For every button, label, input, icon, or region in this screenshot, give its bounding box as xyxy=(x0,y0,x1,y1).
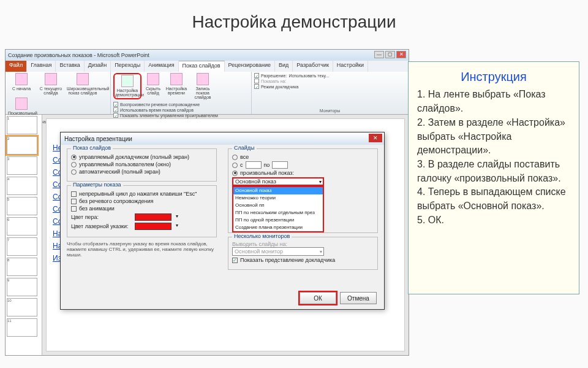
instruction-title: Инструкция xyxy=(417,68,570,85)
list-item[interactable]: Основной пп xyxy=(233,202,323,209)
custom-show-list[interactable]: Основной показ Немножко теории Основной … xyxy=(232,186,324,232)
chk-controls[interactable]: ✓Показать элементы управления проигрыват… xyxy=(113,113,218,118)
chk-loop[interactable]: непрерывный цикл до нажатия клавиши "Esc… xyxy=(71,191,213,197)
thumb[interactable]: 2 xyxy=(7,136,37,155)
radio-user[interactable]: управляемый пользователем (окно) xyxy=(71,161,213,167)
thumb[interactable]: 8 xyxy=(7,258,37,276)
thumb[interactable]: 3 xyxy=(7,156,37,175)
dialog-title: Настройка презентации ✕ xyxy=(61,132,384,145)
instruction-step: 2. Затем в разделе «Настройка» выбрать «… xyxy=(417,116,570,158)
radio-range[interactable]: спо xyxy=(232,161,374,169)
advance-label: Выводить слайды на: xyxy=(232,241,374,247)
instruction-step: 5. ОК. xyxy=(417,213,570,228)
tab-review[interactable]: Рецензирование xyxy=(225,61,276,72)
tab-transitions[interactable]: Переходы xyxy=(111,61,145,72)
slide-thumbs: 1 2 3 4 5 6 7 8 9 10 11 xyxy=(6,115,42,355)
chk-narration[interactable]: ✓Воспроизвести речевое сопровождение xyxy=(113,102,218,107)
hide-slide-button[interactable]: Скрыть слайд xyxy=(144,73,162,99)
instruction-step: 4. Теперь в выпадающем списке выбрать «О… xyxy=(417,185,570,213)
gb-options: Параметры показа xyxy=(71,182,123,188)
thumb[interactable]: 5 xyxy=(7,197,37,215)
gb-monitors: Несколько мониторов xyxy=(232,233,292,239)
ribbon-tabs: Файл Главная Вставка Дизайн Переходы Ани… xyxy=(6,61,409,72)
titlebar: Создание произвольных показов - Microsof… xyxy=(6,50,409,61)
tab-home[interactable]: Главная xyxy=(27,61,56,72)
radio-custom[interactable]: произвольный показ: xyxy=(232,170,374,176)
thumb[interactable]: 1 xyxy=(7,116,37,134)
record-button[interactable]: Запись показа слайдов xyxy=(190,73,215,99)
group-monitors: Мониторы xyxy=(254,109,405,113)
chk-no-anim[interactable]: без анимации xyxy=(71,205,213,212)
dialog-close-icon[interactable]: ✕ xyxy=(369,134,382,142)
resolution-row[interactable]: ✓Разрешение: Использовать теку... xyxy=(254,73,329,78)
from-current-button[interactable]: С текущего слайда xyxy=(37,73,64,95)
tab-design[interactable]: Дизайн xyxy=(85,61,111,72)
ribbon: С начала С текущего слайда Широковещател… xyxy=(6,72,409,115)
list-item[interactable]: Основной показ xyxy=(233,187,323,194)
list-item[interactable]: ПП по нескольким отдельным през xyxy=(233,209,323,217)
presenter-mode[interactable]: ✓Режим докладчика xyxy=(254,84,298,89)
from-start-button[interactable]: С начала xyxy=(8,73,35,95)
setup-highlight: Настройка демонстрации xyxy=(113,73,141,99)
instruction-step: 1. На ленте выбрать «Показ слайдов». xyxy=(417,88,570,115)
gb-show: Показ слайдов xyxy=(71,145,113,151)
cancel-button[interactable]: Отмена xyxy=(340,292,377,304)
setup-dialog: Настройка презентации ✕ Показ слайдов уп… xyxy=(60,132,385,310)
thumb[interactable]: 10 xyxy=(7,298,37,316)
custom-show-combo[interactable]: Основной показ xyxy=(232,177,324,186)
list-item[interactable]: Немножко теории xyxy=(233,194,323,202)
list-item[interactable]: ПП по одной презентации xyxy=(233,217,323,224)
monitor-combo: Основной монитор xyxy=(232,247,324,256)
tab-slideshow[interactable]: Показ слайдов xyxy=(179,61,225,72)
list-item[interactable]: Создание плана презентации xyxy=(233,224,323,231)
pen-color[interactable]: Цвет пера: xyxy=(71,213,213,221)
minimize-icon[interactable]: — xyxy=(374,51,384,58)
tab-view[interactable]: Вид xyxy=(275,61,293,72)
thumb[interactable]: 9 xyxy=(7,278,37,296)
thumb[interactable]: 7 xyxy=(7,237,37,256)
thumb[interactable]: 6 xyxy=(7,217,37,236)
instruction-step: 3. В разделе слайды поставить галочку «п… xyxy=(417,158,570,185)
chk-no-narration[interactable]: без речевого сопровождения xyxy=(71,198,213,204)
gb-slides: Слайды xyxy=(232,145,257,151)
tab-insert[interactable]: Вставка xyxy=(56,61,84,72)
tab-anim[interactable]: Анимация xyxy=(145,61,178,72)
thumb[interactable]: 4 xyxy=(7,177,37,195)
tab-file[interactable]: Файл xyxy=(6,61,27,72)
maximize-icon[interactable]: ▢ xyxy=(385,51,395,58)
radio-kiosk[interactable]: автоматический (полный экран) xyxy=(71,169,213,175)
laser-color[interactable]: Цвет лазерной указки: xyxy=(71,223,213,230)
chk-presenter-view[interactable]: ✓Показать представление докладчика xyxy=(232,257,374,263)
broadcast-button[interactable]: Широковещательный показ слайдов xyxy=(67,73,99,95)
radio-presenter[interactable]: управляемый докладчиком (полный экран) xyxy=(71,154,213,160)
setup-slideshow-button[interactable]: Настройка демонстрации xyxy=(115,75,140,97)
laser-hint: Чтобы отобразить лазерную указку во врем… xyxy=(67,241,217,258)
app-title: Создание произвольных показов - Microsof… xyxy=(8,52,149,58)
ok-button[interactable]: ОК xyxy=(300,292,336,304)
thumb[interactable]: 11 xyxy=(7,318,37,337)
radio-all[interactable]: все xyxy=(232,154,374,160)
close-icon[interactable]: ✕ xyxy=(396,51,406,58)
rehearse-button[interactable]: Настройка времени xyxy=(165,73,188,99)
tab-developer[interactable]: Разработчик xyxy=(293,61,333,72)
show-on-row: Показать на: xyxy=(254,79,286,83)
page-title: Настройка демонстрации xyxy=(0,0,588,32)
tab-addins[interactable]: Настройки xyxy=(333,61,368,72)
chk-timings[interactable]: ✓Использовать время показа слайдов xyxy=(113,107,218,112)
instruction-panel: Инструкция 1. На ленте выбрать «Показ сл… xyxy=(408,61,579,294)
